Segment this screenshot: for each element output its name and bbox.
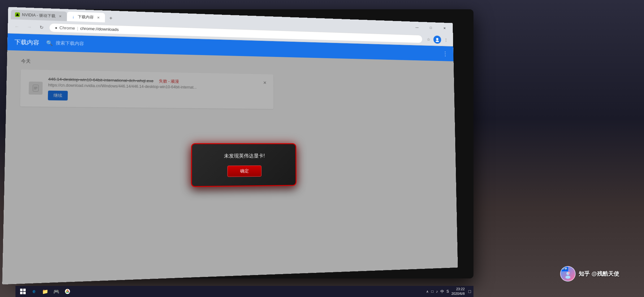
clock-date: 2020/6/8	[452, 291, 465, 296]
taskbar-right: ∧ □ ♪ 中 S 23:22 2020/6/8 □	[426, 287, 471, 296]
tab-downloads-label: 下载内容	[78, 14, 94, 20]
svg-rect-6	[20, 289, 23, 291]
taskbar-items: e 📁 🎮	[29, 286, 425, 296]
taskbar-clock: 23:22 2020/6/8	[452, 287, 465, 296]
nvidia-error-dialog: 未发现英伟达显卡! 确定	[191, 143, 296, 187]
forward-button[interactable]: →	[24, 22, 34, 32]
address-separator: |	[77, 26, 78, 31]
taskbar-explorer[interactable]: 📁	[40, 286, 50, 296]
monitor-frame: NVIDIA - 驱动下载 ✕ ↓ 下载内容 ✕ + — □ ✕	[15, 9, 473, 278]
tray-lang[interactable]: 中	[440, 289, 444, 294]
refresh-button[interactable]: ↻	[37, 23, 46, 32]
window-controls: — □ ✕	[411, 23, 451, 32]
dialog-confirm-button[interactable]: 确定	[227, 165, 261, 177]
taskbar-edge[interactable]: e	[29, 286, 39, 296]
taskbar-chrome[interactable]	[63, 286, 72, 296]
taskbar: e 📁 🎮 ∧ □ ♪ 中 S 23:22 2020/6/8 □	[15, 286, 473, 297]
downloads-content-area: 今天 446.14-desktop-win10-64bit-internatio…	[2, 50, 458, 284]
zhihu-badge: 中半	[561, 267, 568, 271]
svg-point-0	[436, 38, 438, 40]
monitor-screen: NVIDIA - 驱动下载 ✕ ↓ 下载内容 ✕ + — □ ✕	[2, 7, 458, 284]
svg-rect-9	[23, 292, 26, 294]
svg-rect-7	[23, 289, 26, 291]
downloads-page-title: 下载内容	[14, 38, 39, 46]
close-button[interactable]: ✕	[438, 24, 451, 32]
tab-downloads-close[interactable]: ✕	[96, 15, 101, 20]
tab-nvidia[interactable]: NVIDIA - 驱动下载 ✕	[11, 10, 67, 21]
bookmark-button[interactable]: ☆	[425, 35, 432, 43]
chrome-window: NVIDIA - 驱动下载 ✕ ↓ 下载内容 ✕ + — □ ✕	[2, 7, 458, 284]
address-actions: ☆ ⋮	[425, 35, 450, 44]
svg-rect-8	[20, 292, 23, 294]
minimize-button[interactable]: —	[411, 23, 424, 32]
watermark-text: 知乎 @残酷天使	[579, 270, 619, 278]
show-desktop-button[interactable]: □	[469, 289, 471, 294]
tab-downloads-favicon: ↓	[71, 14, 76, 19]
watermark-avatar: 中半	[560, 266, 576, 282]
new-tab-button[interactable]: +	[106, 14, 115, 23]
account-button[interactable]	[433, 35, 441, 44]
downloads-more-button[interactable]: ⋮	[443, 50, 448, 57]
page-content: 下载内容 🔍 搜索下载内容 ⋮ 今天	[2, 33, 458, 284]
search-icon: 🔍	[46, 40, 53, 46]
security-indicator: ●	[55, 25, 57, 30]
tab-nvidia-label: NVIDIA - 驱动下载	[22, 12, 56, 19]
dialog-overlay: 未发现英伟达显卡! 确定	[2, 50, 458, 284]
chrome-brand: Chrome	[59, 25, 75, 31]
tray-volume[interactable]: ♪	[436, 289, 438, 294]
tab-nvidia-close[interactable]: ✕	[58, 14, 63, 19]
chrome-menu-button[interactable]: ⋮	[442, 36, 450, 44]
tray-wifi[interactable]: □	[431, 289, 433, 294]
search-placeholder[interactable]: 搜索下载内容	[56, 40, 84, 47]
svg-point-15	[568, 272, 570, 274]
svg-point-14	[565, 276, 570, 279]
svg-point-1	[436, 40, 439, 42]
address-url: chrome://downloads	[80, 26, 119, 32]
tray-ime[interactable]: S	[447, 289, 449, 294]
dialog-message: 未发现英伟达显卡!	[224, 153, 265, 159]
taskbar-game[interactable]: 🎮	[51, 286, 61, 296]
back-button[interactable]: ←	[12, 22, 22, 31]
tab-downloads[interactable]: ↓ 下载内容 ✕	[67, 12, 105, 23]
start-button[interactable]	[18, 286, 28, 296]
tab-nvidia-favicon	[15, 12, 20, 17]
tray-arrow[interactable]: ∧	[426, 290, 429, 294]
watermark: 中半 知乎 @残酷天使	[560, 266, 619, 282]
clock-time: 23:22	[452, 287, 465, 291]
maximize-button[interactable]: □	[424, 23, 437, 32]
